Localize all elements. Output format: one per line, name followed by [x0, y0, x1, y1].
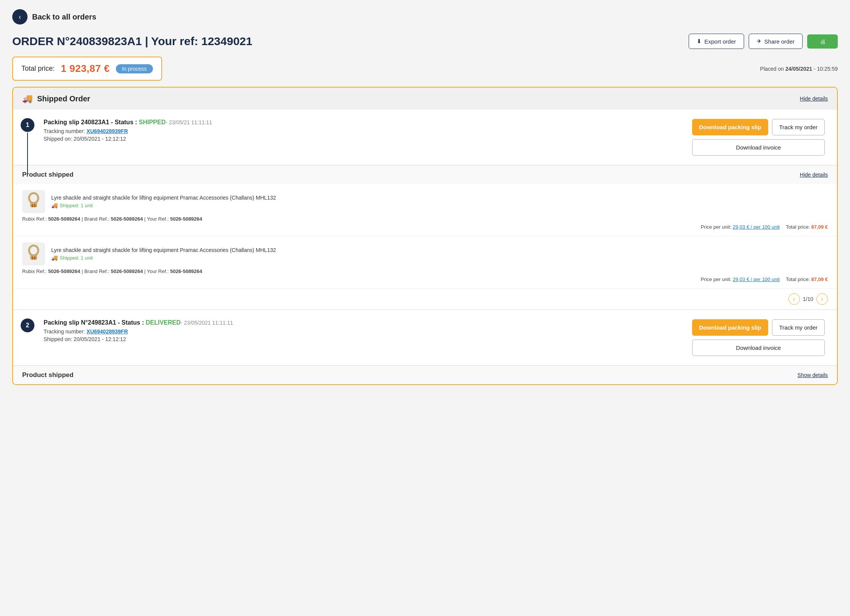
next-page-button[interactable]: ›: [816, 293, 828, 305]
product-name-2: Lyre shackle and straight shackle for li…: [51, 247, 276, 253]
price-per-unit-link-1[interactable]: 29,03 € / per 100 unit: [733, 224, 780, 230]
download-icon: ⬇: [697, 38, 702, 45]
tracking-link-2[interactable]: XU694028939FR: [86, 328, 128, 335]
track-order-2-button[interactable]: Track my order: [772, 319, 825, 336]
printer-icon: 🖨: [820, 38, 826, 45]
svg-rect-7: [34, 257, 36, 260]
svg-point-4: [29, 245, 38, 255]
packing-slip-1-status: SHIPPED: [139, 119, 166, 125]
packing-slip-1-title: Packing slip 240823A1 - Status : SHIPPED…: [44, 119, 692, 126]
price-per-unit-link-2[interactable]: 29,03 € / per 100 unit: [733, 276, 780, 282]
total-row: Total price: 1 923,87 € In process Place…: [12, 57, 838, 81]
product-item-1: Lyre shackle and straight shackle for li…: [13, 184, 837, 236]
svg-rect-5: [30, 254, 37, 260]
shipped-header: 🚚 Shipped Order Hide details: [13, 88, 837, 110]
status-badge: In process: [116, 64, 153, 73]
share-icon: ✈: [757, 38, 762, 45]
main-card: 🚚 Shipped Order Hide details 1 Packing s…: [12, 87, 838, 385]
hide-details-link-top[interactable]: Hide details: [800, 96, 828, 102]
brand-ref-2: 5026-5089264: [111, 268, 143, 274]
svg-rect-3: [34, 204, 36, 207]
tracking-link-1[interactable]: XU694028939FR: [86, 128, 128, 134]
shackle-icon-1: [23, 191, 44, 212]
order-actions: ⬇ Export order ✈ Share order 🖨: [689, 34, 838, 49]
total-amount: 1 923,87 €: [61, 63, 110, 75]
truck-icon: 🚚: [22, 94, 33, 104]
print-button[interactable]: 🖨: [807, 34, 838, 49]
rubix-ref-2: 5026-5089264: [48, 268, 80, 274]
shipped-title: Shipped Order: [37, 94, 90, 103]
page-info: 1/10: [803, 296, 813, 302]
download-packing-slip-1-button[interactable]: Download packing slip: [692, 119, 768, 135]
product-image-1: [22, 190, 45, 213]
step-2-circle: 2: [21, 319, 34, 332]
packing-slip-2: 2 Packing slip N°249823A1 - Status : DEL…: [13, 309, 837, 366]
track-order-1-button[interactable]: Track my order: [772, 119, 825, 135]
order-header: ORDER N°240839823A1 | Your ref: 12349021…: [12, 34, 838, 49]
order-title: ORDER N°240839823A1 | Your ref: 12349021: [12, 35, 252, 48]
total-box: Total price: 1 923,87 € In process: [12, 57, 162, 81]
prev-page-button[interactable]: ‹: [788, 293, 800, 305]
show-details-products-2[interactable]: Show details: [798, 372, 828, 378]
product-image-2: [22, 242, 45, 265]
packing-slip-2-title: Packing slip N°249823A1 - Status : DELIV…: [44, 319, 692, 326]
svg-rect-2: [32, 204, 33, 207]
product-section-2-title: Product shipped: [22, 371, 73, 379]
share-order-button[interactable]: ✈ Share order: [749, 34, 803, 49]
total-price-1: 87,09 €: [811, 224, 828, 230]
step-1-circle: 1: [21, 118, 34, 132]
total-label: Total price:: [21, 65, 55, 73]
shipped-truck-icon-2: 🚚: [51, 255, 58, 261]
svg-rect-6: [32, 257, 33, 260]
packing-slip-1: 1 Packing slip 240823A1 - Status : SHIPP…: [13, 110, 837, 165]
product-section-2: Product shipped Show details: [13, 366, 837, 384]
product-name-1: Lyre shackle and straight shackle for li…: [51, 195, 276, 201]
svg-point-0: [29, 193, 38, 203]
export-order-button[interactable]: ⬇ Export order: [689, 34, 744, 49]
product-shipped-1: Shipped: 1 unit: [60, 203, 93, 208]
product-item-2: Lyre shackle and straight shackle for li…: [13, 236, 837, 289]
placed-on: Placed on 24/05/2021 - 10:25:59: [760, 65, 838, 72]
product-header-1: Product shipped Hide details: [13, 166, 837, 184]
download-invoice-2-button[interactable]: Download invoice: [692, 340, 825, 356]
svg-rect-1: [30, 202, 37, 207]
step-line-1: [27, 133, 28, 174]
product-shipped-2: Shipped: 1 unit: [60, 255, 93, 261]
product-section-1: Product shipped Hide details Lyre shackl…: [13, 165, 837, 309]
your-ref-2: 5026-5089264: [170, 268, 202, 274]
rubix-ref-1: 5026-5089264: [48, 216, 80, 222]
packing-slip-1-date: - 23/05/21 11:11:11: [166, 119, 212, 125]
product-header-2: Product shipped Show details: [13, 366, 837, 384]
shackle-icon-2: [23, 244, 44, 264]
brand-ref-1: 5026-5089264: [111, 216, 143, 222]
your-ref-1: 5026-5089264: [170, 216, 202, 222]
packing-slip-2-date: - 23/05/2021 11:11:11: [181, 320, 233, 326]
download-invoice-1-button[interactable]: Download invoice: [692, 139, 825, 156]
pagination-1: ‹ 1/10 ›: [13, 289, 837, 309]
back-icon: ‹: [12, 9, 28, 24]
hide-details-products-1[interactable]: Hide details: [800, 172, 828, 178]
back-link[interactable]: ‹ Back to all orders: [12, 9, 96, 24]
shipped-truck-icon-1: 🚚: [51, 202, 58, 208]
shipped-date-2: Shipped on: 20/05/2021 - 12:12:12: [44, 336, 692, 342]
product-section-1-title: Product shipped: [22, 171, 73, 179]
total-price-2: 87,09 €: [811, 276, 828, 282]
packing-slip-2-status: DELIVERED: [146, 319, 181, 326]
download-packing-slip-2-button[interactable]: Download packing slip: [692, 319, 768, 336]
shipped-date-1: Shipped on: 20/05/2021 - 12:12:12: [44, 136, 692, 142]
back-label: Back to all orders: [32, 13, 96, 21]
